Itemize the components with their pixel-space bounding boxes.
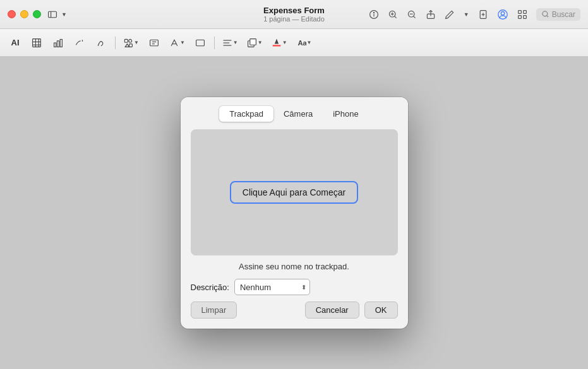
left-buttons: Limpar <box>191 302 237 319</box>
minimize-button[interactable] <box>20 10 28 18</box>
color-dropdown[interactable]: ▼ <box>269 36 290 50</box>
tab-iphone[interactable]: iPhone <box>323 106 368 122</box>
svg-line-6 <box>395 16 397 18</box>
text-style-dropdown[interactable]: Aa ▼ <box>294 36 315 50</box>
svg-rect-0 <box>49 11 57 18</box>
rectangle-button[interactable] <box>191 34 209 52</box>
svg-rect-30 <box>57 40 59 47</box>
description-select-wrapper[interactable]: Nenhum ⬍ <box>234 279 310 295</box>
text-style-arrow-icon: ▼ <box>307 40 312 45</box>
document-title: Expenses Form <box>263 6 325 15</box>
modal-tabs: Trackpad Câmera iPhone <box>181 97 408 129</box>
close-button[interactable] <box>8 10 16 18</box>
signature-instructions: Assine seu nome no trackpad. <box>191 262 398 271</box>
svg-rect-19 <box>523 10 526 13</box>
pen-chevron-icon[interactable]: ▼ <box>464 11 469 18</box>
start-signature-button[interactable]: Clique Aqui para Começar <box>230 181 358 204</box>
svg-point-17 <box>501 11 504 15</box>
document-subtitle: 1 página — Editado <box>263 15 325 23</box>
table-button[interactable] <box>28 34 45 52</box>
traffic-lights <box>8 10 41 18</box>
toolbar-separator-2 <box>214 37 215 49</box>
zoom-out-icon[interactable] <box>407 9 417 20</box>
description-label: Descrição: <box>191 283 229 292</box>
shapes-dropdown[interactable]: ▼ <box>121 36 141 50</box>
annotation-button[interactable] <box>71 34 88 52</box>
signature-drawing-area[interactable]: Clique Aqui para Começar <box>191 129 398 255</box>
description-row: Descrição: Nenhum ⬍ <box>181 279 408 295</box>
format-dropdown[interactable]: ▼ <box>167 36 188 50</box>
share-icon[interactable] <box>426 9 436 20</box>
svg-line-10 <box>414 16 416 18</box>
svg-rect-31 <box>60 39 62 47</box>
svg-rect-46 <box>272 45 280 46</box>
grid-icon[interactable] <box>517 9 527 20</box>
add-page-icon[interactable] <box>478 9 488 20</box>
draw-button[interactable] <box>92 34 110 52</box>
titlebar: ▼ Expenses Form 1 página — Editado ▼ <box>0 0 588 29</box>
align-dropdown[interactable]: ▼ <box>220 36 241 50</box>
format-arrow-icon: ▼ <box>180 40 185 45</box>
arrange-arrow-icon: ▼ <box>258 40 263 45</box>
svg-rect-40 <box>196 40 204 46</box>
svg-line-23 <box>546 16 548 17</box>
textbox-button[interactable] <box>145 34 163 52</box>
svg-point-22 <box>543 11 548 16</box>
modal-buttons: Limpar Cancelar OK <box>181 302 408 319</box>
tab-trackpad[interactable]: Trackpad <box>219 106 273 122</box>
svg-rect-29 <box>54 43 56 47</box>
titlebar-center: Expenses Form 1 página — Editado <box>263 6 325 23</box>
toolbar-separator-1 <box>115 37 116 49</box>
svg-rect-35 <box>129 44 133 47</box>
ai-text-button[interactable]: AI <box>6 34 24 52</box>
main-content: Trackpad Câmera iPhone Clique Aqui para … <box>0 57 588 369</box>
pen-icon[interactable] <box>445 9 455 20</box>
arrange-dropdown[interactable]: ▼ <box>244 36 265 50</box>
signature-modal: Trackpad Câmera iPhone Clique Aqui para … <box>181 97 408 329</box>
search-bar[interactable]: Buscar <box>536 8 580 21</box>
info-icon[interactable] <box>369 9 379 20</box>
toolbar: AI ▼ ▼ ▼ ▼ ▼ <box>0 29 588 57</box>
sidebar-toggle-icon[interactable] <box>47 9 57 20</box>
svg-rect-18 <box>518 10 521 13</box>
svg-rect-24 <box>33 38 41 47</box>
svg-point-4 <box>373 12 374 13</box>
description-select[interactable]: Nenhum <box>234 279 310 295</box>
maximize-button[interactable] <box>33 10 41 18</box>
chart-button[interactable] <box>49 34 67 52</box>
description-value: Nenhum <box>240 283 271 292</box>
svg-rect-45 <box>250 38 256 45</box>
titlebar-icons: ▼ Buscar <box>369 8 580 21</box>
cancelar-button[interactable]: Cancelar <box>305 302 359 319</box>
svg-rect-36 <box>150 40 159 46</box>
ok-button[interactable]: OK <box>364 302 398 319</box>
svg-rect-32 <box>124 39 128 42</box>
modal-overlay: Trackpad Câmera iPhone Clique Aqui para … <box>0 57 588 369</box>
svg-rect-21 <box>523 15 526 18</box>
tab-camera[interactable]: Câmera <box>273 106 323 122</box>
svg-point-33 <box>129 39 132 42</box>
shapes-arrow-icon: ▼ <box>134 40 139 45</box>
sidebar-chevron-icon[interactable]: ▼ <box>61 11 67 18</box>
color-arrow-icon: ▼ <box>282 40 287 45</box>
align-arrow-icon: ▼ <box>233 40 238 45</box>
profile-icon[interactable] <box>497 9 508 20</box>
zoom-in-icon[interactable] <box>388 9 398 20</box>
limpar-button[interactable]: Limpar <box>191 302 237 319</box>
search-placeholder: Buscar <box>552 10 575 19</box>
right-buttons: Cancelar OK <box>305 302 398 319</box>
svg-text:Aa: Aa <box>297 39 306 47</box>
svg-marker-34 <box>125 44 129 47</box>
svg-rect-20 <box>518 15 521 18</box>
